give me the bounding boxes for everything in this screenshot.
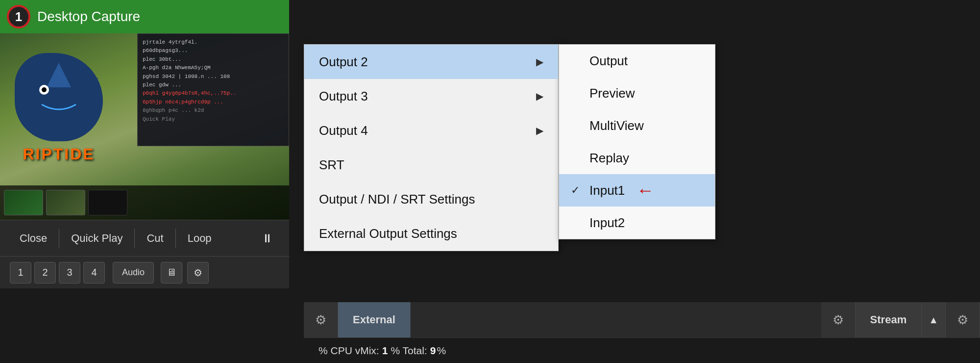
audio-button[interactable]: Audio: [113, 262, 154, 284]
monitor-button[interactable]: 🖥: [161, 262, 182, 284]
settings-button[interactable]: ⚙: [187, 262, 209, 284]
number-bar: 1 2 3 4 Audio 🖥 ⚙: [0, 256, 289, 288]
terminal-line: A-pgh d2a NhwemA5y;QM: [143, 64, 284, 72]
cpu-label: % CPU vMix:: [318, 345, 379, 357]
menu-item-external-settings[interactable]: External Output Settings: [304, 216, 558, 251]
menu-item-output2[interactable]: Output 2 ▶: [304, 45, 558, 79]
pause-button[interactable]: ⏸: [256, 228, 279, 249]
control-bar: Close Quick Play Cut Loop ⏸: [0, 220, 289, 256]
separator: [175, 229, 176, 248]
close-button[interactable]: Close: [10, 228, 57, 249]
sub-menu-output[interactable]: Output: [559, 45, 715, 77]
terminal-line-dim: 8ghbqph p4c ... k2d: [143, 107, 284, 114]
capture-header: 1 Desktop Capture: [0, 0, 289, 33]
menu-item-ndi-settings[interactable]: Output / NDI / SRT Settings: [304, 182, 558, 216]
total-value: 9: [430, 345, 436, 357]
sub-menu-preview[interactable]: Preview: [559, 77, 715, 109]
num-button-1[interactable]: 1: [10, 262, 31, 284]
terminal-line-dim: Quick Play: [143, 116, 284, 123]
menu-container: Output 2 ▶ Output 3 ▶ Output 4 ▶ SRT Out…: [304, 44, 715, 251]
riptide-text: RIPTIDE: [23, 145, 95, 163]
external-gear-button[interactable]: ⚙: [304, 302, 338, 337]
chevron-right-icon: ▶: [536, 90, 543, 102]
terminal-line: p60dbpagsg3...: [143, 47, 284, 54]
chevron-right-icon: ▶: [536, 125, 543, 136]
status-bar: % CPU vMix: 1 % Total: 9 %: [304, 337, 980, 363]
terminal-line: plec 30bt...: [143, 56, 284, 63]
capture-title: Desktop Capture: [37, 9, 140, 25]
terminal-line: pghsd 3042 | 1098.n ... 108: [143, 73, 284, 80]
game-background: RIPTIDE pjrtale 4ytrgf4l. p60dbpagsg3...…: [0, 33, 289, 220]
thumb-3: [88, 190, 127, 215]
stream-arrow[interactable]: ▲: [922, 302, 946, 337]
sub-menu-label: Preview: [589, 86, 635, 101]
cut-button[interactable]: Cut: [137, 228, 173, 249]
menu-item-label: SRT: [319, 157, 344, 173]
shark-svg: [17, 58, 100, 136]
preview-area: RIPTIDE pjrtale 4ytrgf4l. p60dbpagsg3...…: [0, 33, 289, 220]
checkmark-input1: ✓: [571, 184, 583, 197]
terminal-line: plec gdw ...: [143, 81, 284, 89]
preview-thumbnails: [0, 185, 289, 220]
num-button-3[interactable]: 3: [59, 262, 80, 284]
sub-menu-label: MultiView: [589, 118, 644, 133]
quick-play-button[interactable]: Quick Play: [61, 228, 132, 249]
chevron-right-icon: ▶: [536, 56, 543, 68]
sub-menu-label: Input1: [589, 183, 625, 198]
total-label: % Total:: [391, 345, 427, 357]
stream-gear-button[interactable]: ⚙: [821, 302, 856, 337]
dropdown-secondary: Output Preview MultiView Replay ✓ Input1…: [559, 44, 715, 239]
red-arrow-icon: ←: [637, 180, 654, 201]
menu-item-label: Output 2: [319, 54, 368, 70]
thumb-1: [4, 190, 43, 215]
svg-point-3: [42, 87, 47, 92]
external-label[interactable]: External: [338, 302, 411, 337]
dropdown-primary: Output 2 ▶ Output 3 ▶ Output 4 ▶ SRT Out…: [304, 44, 559, 251]
sub-menu-label: Output: [589, 53, 628, 69]
menu-item-srt[interactable]: SRT: [304, 148, 558, 182]
loop-button[interactable]: Loop: [178, 228, 221, 249]
sub-menu-label: Input2: [589, 215, 625, 231]
thumb-2: [46, 190, 85, 215]
terminal-line-red: p6qhl g4yg6p4b7sR,4hc,..75p..: [143, 90, 284, 97]
menu-item-label: External Output Settings: [319, 226, 457, 241]
capture-number: 1: [7, 5, 30, 28]
terminal-overlay: pjrtale 4ytrgf4l. p60dbpagsg3... plec 30…: [137, 33, 289, 146]
stream-settings-gear[interactable]: ⚙: [946, 302, 980, 337]
menu-item-label: Output 3: [319, 89, 368, 104]
bottom-toolbar: ⚙ External ⚙ Stream ▲ ⚙: [304, 302, 980, 337]
separator: [59, 229, 59, 248]
sub-menu-multiview[interactable]: MultiView: [559, 109, 715, 142]
menu-item-output3[interactable]: Output 3 ▶: [304, 79, 558, 113]
sub-menu-label: Replay: [589, 151, 629, 166]
num-button-4[interactable]: 4: [83, 262, 105, 284]
sub-menu-input2[interactable]: Input2: [559, 207, 715, 239]
shark-body: [15, 53, 103, 141]
num-button-2[interactable]: 2: [34, 262, 56, 284]
menu-item-label: Output / NDI / SRT Settings: [319, 192, 475, 207]
terminal-line: pjrtale 4ytrgf4l.: [143, 39, 284, 46]
percent-sign: %: [437, 345, 446, 357]
terminal-line-red: 6p5hjp n6c4;p4ghrcd9p ...: [143, 99, 284, 106]
cpu-value: 1: [382, 345, 388, 357]
sub-menu-input1[interactable]: ✓ Input1 ←: [559, 174, 715, 207]
separator: [134, 229, 135, 248]
sub-menu-replay[interactable]: Replay: [559, 142, 715, 174]
left-panel: 1 Desktop Capture RIPTIDE: [0, 0, 289, 363]
stream-label[interactable]: Stream: [856, 302, 922, 337]
menu-item-label: Output 4: [319, 123, 368, 138]
menu-item-output4[interactable]: Output 4 ▶: [304, 113, 558, 148]
game-shark-logo: RIPTIDE: [10, 53, 108, 181]
